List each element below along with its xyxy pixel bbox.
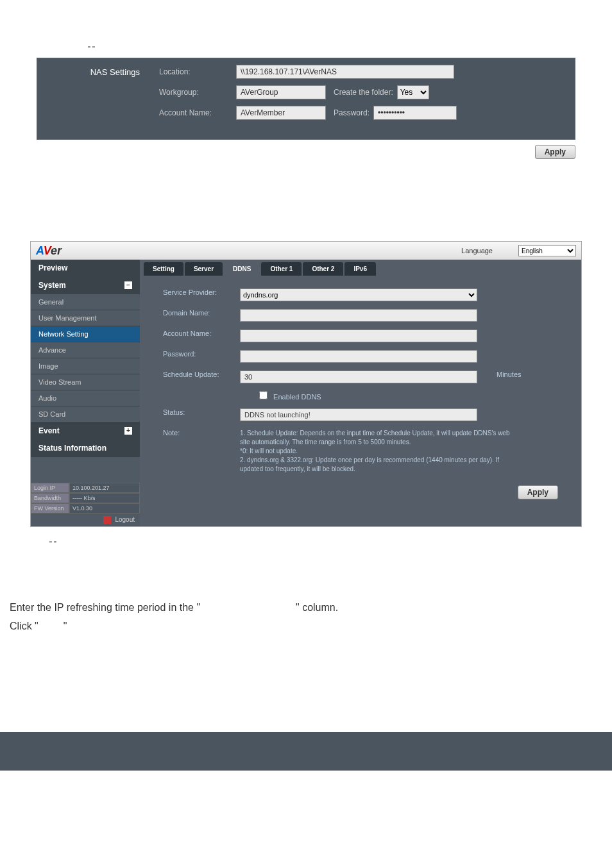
logo-er: er [51,244,62,257]
tab-other1[interactable]: Other 1 [261,262,302,276]
logo-a: A [36,244,44,257]
sidebar-item-sd-card[interactable]: SD Card [31,406,140,422]
account-name-label: Account Name: [159,108,236,117]
ddns-password-label: Password: [144,350,240,358]
sidebar-status-info[interactable]: Status Information [31,440,140,457]
sidebar-event[interactable]: Event + [31,422,140,440]
sidebar-preview[interactable]: Preview [31,260,140,277]
quote-text-1: " " [88,45,575,53]
tab-setting[interactable]: Setting [144,262,183,276]
ddns-account-name-label: Account Name: [144,330,240,337]
header-bar: AVer Language English [31,242,581,260]
apply-button-nas[interactable]: Apply [535,145,575,159]
instruction-line-1: Enter the IP refreshing time period in t… [10,599,612,617]
sidebar-item-audio[interactable]: Audio [31,390,140,406]
domain-name-label: Domain Name: [144,309,240,317]
workgroup-input[interactable] [236,85,326,99]
logo-v: V [44,244,51,257]
service-provider-label: Service Provider: [144,288,240,296]
tab-other2[interactable]: Other 2 [303,262,343,276]
ddns-account-name-input[interactable] [240,330,477,342]
tab-ipv6[interactable]: IPv6 [344,262,376,276]
create-folder-select[interactable]: Yes [397,85,429,99]
schedule-update-input[interactable] [240,371,477,383]
service-provider-select[interactable]: dyndns.org [240,288,477,301]
password-input[interactable] [373,106,457,120]
login-ip-value: 10.100.201.27 [69,483,140,493]
domain-name-input[interactable] [240,309,477,322]
nas-settings-panel: NAS Settings Location: Workgroup: Create… [37,58,575,140]
status-value: DDNS not launching! [240,408,477,421]
sidebar-item-video-stream[interactable]: Video Stream [31,374,140,390]
minus-icon[interactable]: − [124,281,132,289]
sidebar-item-user-management[interactable]: User Management [31,310,140,326]
ddns-password-input[interactable] [240,350,477,363]
sidebar-system[interactable]: System − [31,277,140,294]
schedule-update-unit: Minutes [497,371,522,378]
ddns-panel: AVer Language English Preview System − G… [30,241,582,527]
enabled-ddns-label: Enabled DDNS [273,393,321,401]
sidebar: Preview System − General User Management… [31,260,140,526]
apply-button-ddns[interactable]: Apply [518,485,558,499]
enabled-ddns-checkbox[interactable] [259,391,268,399]
sidebar-item-network-setting[interactable]: Network Setting [31,326,140,342]
footer-bar [0,732,612,771]
sidebar-item-advance[interactable]: Advance [31,342,140,358]
language-label: Language [461,247,493,255]
plus-icon[interactable]: + [124,427,132,435]
location-label: Location: [159,67,236,76]
note-label: Note: [144,429,240,437]
login-ip-label: Login IP [31,483,69,493]
workgroup-label: Workgroup: [159,88,236,97]
logo: AVer [36,244,62,258]
bandwidth-value: ----- Kb/s [69,493,140,503]
note-text: 1. Schedule Update: Depends on the input… [240,429,516,474]
nas-section-label: NAS Settings [47,67,159,77]
tabs: Setting Server DDNS Other 1 Other 2 IPv6 [144,262,577,276]
create-folder-label: Create the folder: [334,88,393,97]
status-label: Status: [144,408,240,416]
location-input[interactable] [236,65,454,79]
quote-text-2: " " [49,540,582,547]
logout-row[interactable]: Logout [31,513,140,526]
password-label: Password: [334,108,370,117]
sidebar-item-general[interactable]: General [31,294,140,310]
tab-server[interactable]: Server [185,262,223,276]
language-select[interactable]: English [518,245,576,256]
tab-ddns[interactable]: DDNS [224,262,260,276]
instruction-line-2: Click " " [10,617,612,636]
logout-icon [103,516,111,524]
schedule-update-label: Schedule Update: [144,371,240,378]
fw-version-value: V1.0.30 [69,503,140,513]
account-name-input[interactable] [236,106,326,120]
fw-version-label: FW Version [31,503,69,513]
bandwidth-label: Bandwidth [31,493,69,503]
sidebar-item-image[interactable]: Image [31,358,140,374]
